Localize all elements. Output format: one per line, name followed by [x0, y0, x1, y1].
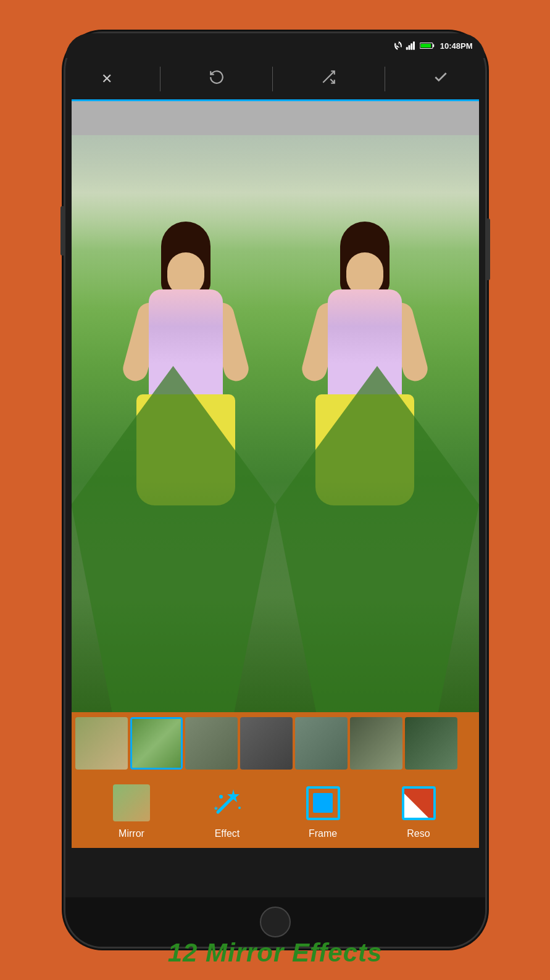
close-button[interactable]: ✕ [89, 66, 125, 92]
sparkle-wand-icon [209, 784, 246, 821]
reset-icon [209, 69, 225, 85]
status-bar: 10:48PM [65, 33, 485, 58]
effect-icon-wrap [207, 783, 248, 823]
frame-tool[interactable]: Frame [292, 783, 354, 839]
reso-label: Reso [407, 828, 430, 839]
divider-2 [272, 67, 273, 91]
mute-icon [394, 41, 402, 50]
svg-rect-6 [420, 44, 431, 48]
main-image-area [72, 135, 479, 712]
thumb-bg-5 [295, 717, 348, 770]
gray-top-bar [72, 101, 479, 135]
battery-icon [420, 41, 435, 50]
thumb-bg-2 [132, 719, 181, 768]
thumb-3[interactable] [185, 717, 238, 770]
thumbnail-strip [72, 712, 479, 774]
thumb-7[interactable] [405, 717, 457, 770]
frame-icon-inner [313, 793, 333, 813]
divider-1 [160, 67, 160, 91]
thumb-bg-4 [240, 717, 293, 770]
thumb-bg-3 [185, 717, 238, 770]
shuffle-button[interactable] [308, 64, 349, 94]
home-button[interactable] [260, 907, 291, 937]
svg-rect-3 [413, 41, 415, 50]
bottom-toolbar: Mirror Effect [72, 774, 479, 848]
phone-screen: ✕ [72, 58, 479, 848]
status-time: 10:48PM [440, 41, 473, 51]
phone-device: 10:48PM ✕ [65, 33, 485, 947]
reso-icon [402, 786, 436, 820]
frame-icon [306, 786, 340, 820]
mirror-composite [72, 135, 479, 712]
left-half [72, 135, 275, 712]
right-half [275, 135, 479, 712]
thumb-6[interactable] [350, 717, 402, 770]
thumb-5[interactable] [295, 717, 348, 770]
top-toolbar: ✕ [72, 58, 479, 101]
svg-point-12 [238, 807, 241, 809]
svg-rect-1 [408, 45, 410, 50]
thumb-bg-6 [350, 717, 402, 770]
thumb-2[interactable] [130, 717, 183, 770]
mirror-icon [113, 784, 150, 821]
svg-marker-13 [214, 806, 218, 810]
svg-point-11 [219, 795, 223, 799]
mirror-label: Mirror [119, 828, 144, 839]
reset-button[interactable] [196, 64, 237, 94]
shuffle-icon [320, 69, 336, 85]
reso-tool[interactable]: Reso [388, 783, 449, 839]
mirror-tool[interactable]: Mirror [101, 783, 162, 839]
reso-diagonal [402, 789, 433, 820]
effect-label: Effect [215, 828, 240, 839]
effect-tool[interactable]: Effect [196, 783, 258, 839]
mirror-icon-wrap [112, 783, 152, 823]
thumb-4[interactable] [240, 717, 293, 770]
divider-3 [385, 67, 385, 91]
svg-rect-2 [410, 43, 412, 50]
confirm-button[interactable] [420, 64, 461, 94]
frame-label: Frame [309, 828, 337, 839]
frame-icon-wrap [303, 783, 343, 823]
confirm-icon [433, 69, 449, 85]
thumb-bg-7 [405, 717, 457, 770]
svg-rect-5 [433, 44, 434, 48]
reso-icon-wrap [399, 783, 439, 823]
footer-text: 12 Mirror Effects [0, 938, 550, 968]
svg-rect-0 [406, 47, 408, 50]
status-icons: 10:48PM [394, 41, 473, 51]
thumb-1[interactable] [75, 717, 128, 770]
svg-line-9 [218, 798, 232, 812]
signal-icon [406, 41, 417, 50]
thumb-bg-1 [75, 717, 128, 770]
